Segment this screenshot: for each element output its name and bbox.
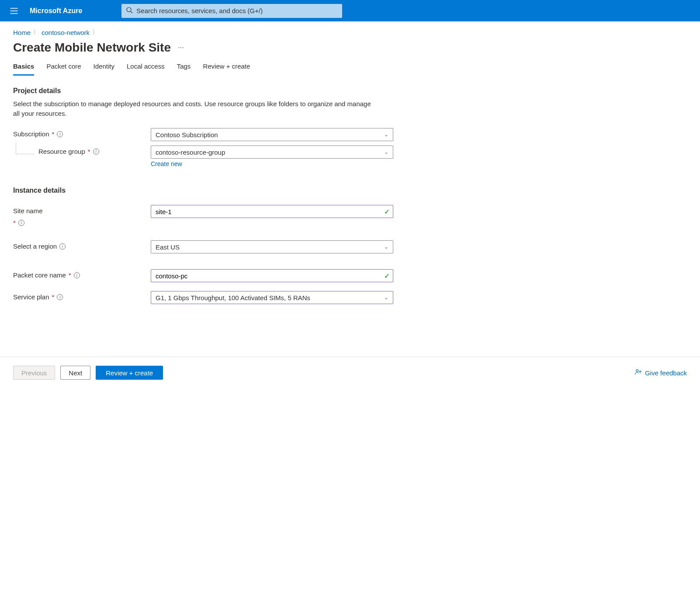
tab-packet-core[interactable]: Packet core xyxy=(46,61,81,76)
site-name-label: Site name xyxy=(13,207,43,215)
chevron-down-icon: ⌄ xyxy=(384,149,388,155)
region-label: Select a region xyxy=(13,243,57,250)
chevron-right-icon: 〉 xyxy=(92,28,98,36)
project-details-desc: Select the subscription to manage deploy… xyxy=(13,99,376,118)
service-plan-label: Service plan xyxy=(13,293,49,301)
tree-line-icon xyxy=(16,143,34,154)
resource-group-value: contoso-resource-group xyxy=(156,149,225,156)
review-create-button[interactable]: Review + create xyxy=(96,366,163,380)
previous-button: Previous xyxy=(13,366,55,380)
menu-icon[interactable] xyxy=(7,4,21,18)
info-icon[interactable]: i xyxy=(74,272,80,278)
site-name-input[interactable] xyxy=(151,205,393,218)
breadcrumb-home[interactable]: Home xyxy=(13,29,31,36)
search-input[interactable] xyxy=(136,7,338,14)
required-asterisk: * xyxy=(52,293,55,301)
chevron-down-icon: ⌄ xyxy=(384,132,388,138)
svg-point-0 xyxy=(127,7,131,12)
top-header: Microsoft Azure xyxy=(0,0,700,21)
page-title: Create Mobile Network Site xyxy=(13,41,171,55)
give-feedback-link[interactable]: Give feedback xyxy=(634,368,687,378)
packet-core-name-input[interactable] xyxy=(151,269,393,282)
feedback-icon xyxy=(634,368,642,378)
chevron-down-icon: ⌄ xyxy=(384,244,388,250)
subscription-value: Contoso Subscription xyxy=(156,131,218,139)
feedback-label: Give feedback xyxy=(645,369,687,377)
packet-core-name-label: Packet core name xyxy=(13,271,66,279)
info-icon[interactable]: i xyxy=(59,243,66,249)
breadcrumb-network[interactable]: contoso-network xyxy=(42,29,90,36)
required-asterisk: * xyxy=(52,130,55,138)
info-icon[interactable]: i xyxy=(18,220,24,226)
service-plan-value: G1, 1 Gbps Throughput, 100 Activated SIM… xyxy=(156,294,310,301)
required-asterisk: * xyxy=(88,148,90,155)
required-asterisk: * xyxy=(69,271,71,279)
brand-label: Microsoft Azure xyxy=(30,7,82,15)
resource-group-dropdown[interactable]: contoso-resource-group ⌄ xyxy=(151,146,393,159)
tab-tags[interactable]: Tags xyxy=(177,61,191,76)
region-dropdown[interactable]: East US ⌄ xyxy=(151,240,393,253)
more-icon[interactable]: ⋯ xyxy=(176,42,186,53)
global-search[interactable] xyxy=(121,4,342,18)
create-new-link[interactable]: Create new xyxy=(151,160,182,167)
service-plan-dropdown[interactable]: G1, 1 Gbps Throughput, 100 Activated SIM… xyxy=(151,291,393,304)
search-icon xyxy=(126,7,133,15)
chevron-right-icon: 〉 xyxy=(33,28,39,36)
tab-local-access[interactable]: Local access xyxy=(127,61,165,76)
info-icon[interactable]: i xyxy=(93,149,99,155)
chevron-down-icon: ⌄ xyxy=(384,294,388,301)
project-details-heading: Project details xyxy=(13,87,687,95)
instance-details-heading: Instance details xyxy=(13,187,687,194)
tab-strip: Basics Packet core Identity Local access… xyxy=(13,61,687,76)
tab-identity[interactable]: Identity xyxy=(94,61,114,76)
next-button[interactable]: Next xyxy=(60,366,90,380)
tab-review-create[interactable]: Review + create xyxy=(203,61,250,76)
resource-group-label: Resource group xyxy=(38,148,85,155)
subscription-label: Subscription xyxy=(13,130,49,138)
info-icon[interactable]: i xyxy=(57,131,63,137)
footer-bar: Previous Next Review + create Give feedb… xyxy=(0,357,700,388)
breadcrumb: Home 〉 contoso-network 〉 xyxy=(13,28,687,36)
info-icon[interactable]: i xyxy=(57,294,63,300)
region-value: East US xyxy=(156,243,180,251)
subscription-dropdown[interactable]: Contoso Subscription ⌄ xyxy=(151,128,393,141)
required-asterisk: * xyxy=(13,219,16,226)
tab-basics[interactable]: Basics xyxy=(13,61,34,76)
svg-line-1 xyxy=(131,11,132,13)
svg-point-2 xyxy=(636,369,638,371)
